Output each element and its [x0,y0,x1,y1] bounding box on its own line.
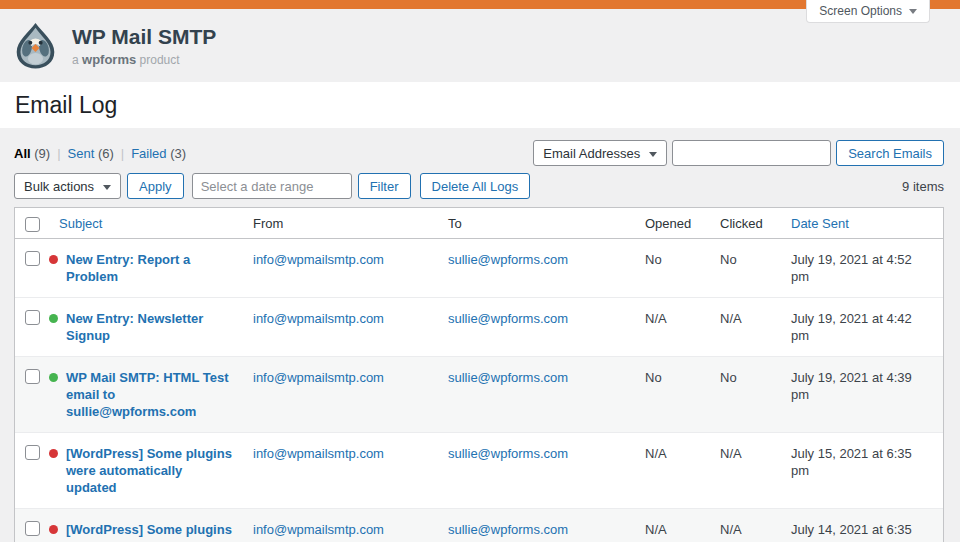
plugin-byline: a wpforms product [72,52,216,67]
page-title: Email Log [15,92,117,119]
screen-options-label: Screen Options [819,4,902,18]
select-all-checkbox[interactable] [25,217,40,232]
email-log-row: New Entry: Newsletter Signup info@wpmail… [15,298,943,357]
opened-cell: N/A [635,509,710,542]
date-sent-cell: July 15, 2021 at 6:35 pm [781,433,943,509]
table-header-row: Subject From To Opened Clicked Date Sent [15,208,943,239]
status-dot-icon [49,449,58,458]
to-cell: sullie@wpforms.com [438,239,635,298]
subject-link[interactable]: WP Mail SMTP: HTML Test email to sullie@… [66,369,233,420]
email-log-content: All (9)|Sent (6)|Failed (3) Email Addres… [0,128,960,542]
opened-cell: N/A [635,433,710,509]
to-cell: sullie@wpforms.com [438,509,635,542]
clicked-cell: N/A [710,433,781,509]
filter-button[interactable]: Filter [358,173,411,199]
to-cell: sullie@wpforms.com [438,357,635,433]
view-filter-links: All (9)|Sent (6)|Failed (3) [14,140,186,161]
email-log-row: [WordPress] Some plugins were automatica… [15,433,943,509]
search-emails-button[interactable]: Search Emails [836,140,944,166]
row-checkbox[interactable] [25,369,40,384]
from-email-link[interactable]: info@wpmailsmtp.com [253,311,384,326]
clicked-cell: No [710,239,781,298]
byline-suffix: product [140,53,180,67]
search-field-select[interactable]: Email Addresses [533,140,667,166]
email-log-table: Subject From To Opened Clicked Date Sent… [14,207,944,542]
plugin-branding: WP Mail SMTP a wpforms product [72,25,216,67]
clicked-cell: No [710,357,781,433]
view-separator: | [57,146,60,161]
to-email-link[interactable]: sullie@wpforms.com [448,370,568,385]
to-email-link[interactable]: sullie@wpforms.com [448,252,568,267]
from-cell: info@wpmailsmtp.com [243,433,438,509]
view-filter-sent[interactable]: Sent (6) [68,146,114,161]
date-sent-cell: July 19, 2021 at 4:42 pm [781,298,943,357]
row-checkbox[interactable] [25,251,40,266]
from-email-link[interactable]: info@wpmailsmtp.com [253,252,384,267]
to-email-link[interactable]: sullie@wpforms.com [448,446,568,461]
subject-link[interactable]: New Entry: Newsletter Signup [66,310,233,344]
status-dot-icon [49,255,58,264]
date-sent-cell: July 14, 2021 at 6:35 pm [781,509,943,542]
clicked-cell: N/A [710,298,781,357]
view-filter-all[interactable]: All (9) [14,146,50,161]
apply-button[interactable]: Apply [127,173,184,199]
opened-cell: No [635,357,710,433]
search-controls: Email Addresses Search Emails [533,140,944,166]
search-field-selected: Email Addresses [543,146,640,161]
subject-link[interactable]: [WordPress] Some plugins were automatica… [66,445,233,496]
search-input[interactable] [672,140,831,166]
row-checkbox[interactable] [25,445,40,460]
column-header-subject[interactable]: Subject [49,208,243,239]
from-cell: info@wpmailsmtp.com [243,357,438,433]
status-dot-icon [49,314,58,323]
subject-link[interactable]: New Entry: Report a Problem [66,251,233,285]
chevron-down-icon [909,9,917,14]
bulk-actions-select[interactable]: Bulk actions [14,173,121,199]
view-count: (9) [34,146,50,161]
status-dot-icon [49,373,58,382]
delete-all-logs-button[interactable]: Delete All Logs [420,173,531,199]
status-dot-icon [49,525,58,534]
email-log-rows: New Entry: Report a Problem info@wpmails… [15,239,943,542]
subject-link[interactable]: [WordPress] Some plugins were automatica… [66,521,233,542]
byline-prefix: a [72,53,79,67]
to-cell: sullie@wpforms.com [438,433,635,509]
from-email-link[interactable]: info@wpmailsmtp.com [253,446,384,461]
date-sent-cell: July 19, 2021 at 4:52 pm [781,239,943,298]
items-count: 9 items [902,179,944,194]
row-checkbox[interactable] [25,521,40,536]
column-header-date-sent[interactable]: Date Sent [781,208,943,239]
opened-cell: N/A [635,298,710,357]
view-count: (6) [98,146,114,161]
column-header-to: To [438,208,635,239]
page-title-bar: Email Log [0,82,960,128]
row-checkbox[interactable] [25,310,40,325]
to-cell: sullie@wpforms.com [438,298,635,357]
view-count: (3) [170,146,186,161]
email-log-row: WP Mail SMTP: HTML Test email to sullie@… [15,357,943,433]
column-header-from: From [243,208,438,239]
from-cell: info@wpmailsmtp.com [243,239,438,298]
opened-cell: No [635,239,710,298]
from-cell: info@wpmailsmtp.com [243,509,438,542]
to-email-link[interactable]: sullie@wpforms.com [448,311,568,326]
plugin-name: WP Mail SMTP [72,25,216,49]
date-sent-cell: July 19, 2021 at 4:39 pm [781,357,943,433]
screen-options-button[interactable]: Screen Options [806,0,930,23]
date-range-input[interactable] [192,173,352,199]
wp-mail-smtp-pigeon-logo-icon [12,22,59,69]
from-cell: info@wpmailsmtp.com [243,298,438,357]
from-email-link[interactable]: info@wpmailsmtp.com [253,522,384,537]
column-header-clicked: Clicked [710,208,781,239]
actions-toolbar: Bulk actions Apply Filter Delete All Log… [14,173,944,199]
from-email-link[interactable]: info@wpmailsmtp.com [253,370,384,385]
bulk-actions-selected: Bulk actions [24,179,94,194]
view-separator: | [121,146,124,161]
column-header-opened: Opened [635,208,710,239]
view-filter-failed[interactable]: Failed (3) [131,146,186,161]
date-sent-sort-link[interactable]: Date Sent [791,216,849,231]
to-email-link[interactable]: sullie@wpforms.com [448,522,568,537]
email-log-row: New Entry: Report a Problem info@wpmails… [15,239,943,298]
subject-sort-link[interactable]: Subject [59,216,102,231]
email-log-row: [WordPress] Some plugins were automatica… [15,509,943,542]
